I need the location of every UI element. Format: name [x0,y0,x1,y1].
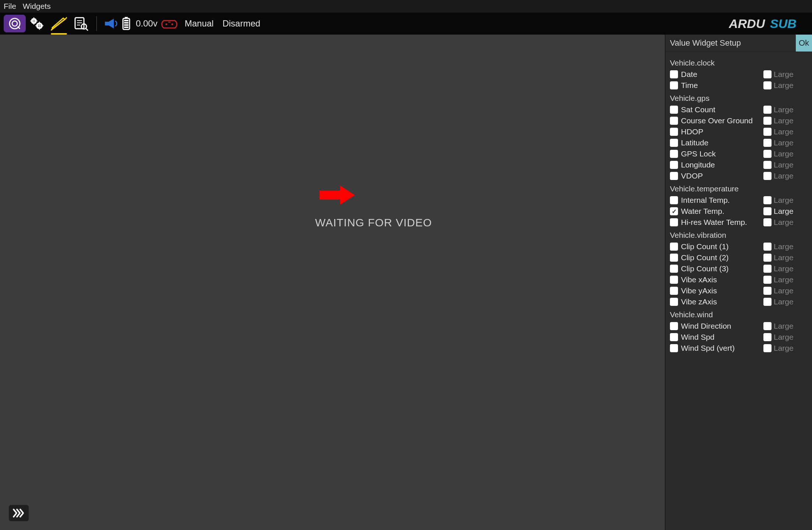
large-checkbox[interactable] [763,254,772,262]
enable-checkbox[interactable] [670,139,678,147]
enable-checkbox[interactable] [670,218,678,226]
expand-button[interactable] [9,505,29,521]
value-label: Longitude [681,160,763,169]
toolbar: 0.00v Manual Disarmed ARDU SUB [0,13,812,35]
enable-checkbox[interactable] [670,322,678,330]
analyze-button[interactable] [70,15,92,32]
enable-checkbox[interactable] [670,150,678,158]
value-label: Clip Count (1) [681,242,763,251]
value-label: Wind Spd [681,333,763,342]
enable-checkbox[interactable] [670,172,678,180]
value-row: Clip Count (1)Large [670,241,808,252]
annotation-arrow [319,186,354,204]
large-checkbox[interactable] [763,322,772,330]
value-row: LatitudeLarge [670,137,808,148]
enable-checkbox[interactable] [670,117,678,125]
large-label: Large [774,218,794,227]
svg-point-22 [165,24,167,25]
megaphone-icon[interactable] [101,15,119,32]
enable-checkbox[interactable] [670,243,678,251]
enable-checkbox[interactable] [670,344,678,352]
value-row: VDOPLarge [670,170,808,181]
enable-checkbox[interactable] [670,298,678,306]
value-row: Wind Spd (vert)Large [670,343,808,354]
large-checkbox[interactable] [763,298,772,306]
large-label: Large [774,196,794,205]
large-label: Large [774,116,794,125]
large-checkbox[interactable] [763,287,772,295]
enable-checkbox[interactable] [670,276,678,284]
value-row: Wind SpdLarge [670,332,808,343]
large-checkbox[interactable] [763,333,772,341]
large-label: Large [774,160,794,169]
menu-widgets[interactable]: Widgets [23,2,51,11]
enable-checkbox[interactable] [670,106,678,114]
enable-checkbox[interactable] [670,196,678,204]
svg-text:ARDU: ARDU [729,17,766,31]
value-row: GPS LockLarge [670,148,808,159]
enable-checkbox[interactable] [670,265,678,273]
large-label: Large [774,70,794,79]
large-checkbox[interactable] [763,196,772,204]
large-checkbox[interactable] [763,150,772,158]
enable-checkbox[interactable] [670,287,678,295]
value-label: Wind Spd (vert) [681,344,763,353]
enable-checkbox[interactable] [670,254,678,262]
large-checkbox[interactable] [763,265,772,273]
value-row: Clip Count (3)Large [670,263,808,274]
svg-point-1 [12,21,17,26]
group-title: Vehicle.gps [670,94,808,103]
value-label: Vibe zAxis [681,297,763,306]
large-label: Large [774,275,794,284]
large-checkbox[interactable] [763,243,772,251]
large-checkbox[interactable] [763,139,772,147]
large-checkbox[interactable] [763,81,772,89]
large-label: Large [774,81,794,90]
large-checkbox[interactable] [763,218,772,226]
plan-button[interactable] [48,15,70,32]
large-checkbox[interactable] [763,344,772,352]
enable-checkbox[interactable] [670,207,678,215]
value-label: Time [681,81,763,90]
large-checkbox[interactable] [763,117,772,125]
group-title: Vehicle.clock [670,59,808,67]
svg-rect-21 [124,26,128,28]
panel-header: Value Widget Setup Ok [666,35,812,52]
ok-button[interactable]: Ok [796,35,812,52]
large-label: Large [774,286,794,295]
large-checkbox[interactable] [763,70,772,78]
large-checkbox[interactable] [763,161,772,169]
value-label: Clip Count (3) [681,264,763,273]
svg-rect-19 [124,22,128,24]
enable-checkbox[interactable] [670,128,678,136]
qgc-logo-button[interactable] [4,15,26,32]
large-checkbox[interactable] [763,207,772,215]
menu-file[interactable]: File [4,2,16,11]
armed-label[interactable]: Disarmed [222,18,260,29]
value-row: Hi-res Water Temp.Large [670,217,808,228]
value-row: Vibe xAxisLarge [670,274,808,285]
large-label: Large [774,172,794,180]
svg-rect-18 [124,20,128,21]
large-label: Large [774,127,794,136]
value-row: LongitudeLarge [670,159,808,170]
value-row: Vibe zAxisLarge [670,296,808,307]
value-label: Wind Direction [681,322,763,331]
panel-title: Value Widget Setup [666,38,796,48]
enable-checkbox[interactable] [670,161,678,169]
enable-checkbox[interactable] [670,70,678,78]
large-label: Large [774,322,794,331]
value-label: GPS Lock [681,149,763,158]
large-checkbox[interactable] [763,128,772,136]
large-checkbox[interactable] [763,276,772,284]
main-content: WAITING FOR VIDEO Value Widget Setup Ok … [0,35,812,530]
mode-label[interactable]: Manual [185,18,214,29]
enable-checkbox[interactable] [670,81,678,89]
settings-button[interactable] [26,15,48,32]
large-checkbox[interactable] [763,172,772,180]
value-row: Vibe yAxisLarge [670,285,808,296]
large-checkbox[interactable] [763,106,772,114]
svg-rect-20 [124,24,128,26]
enable-checkbox[interactable] [670,333,678,341]
value-label: Date [681,70,763,79]
